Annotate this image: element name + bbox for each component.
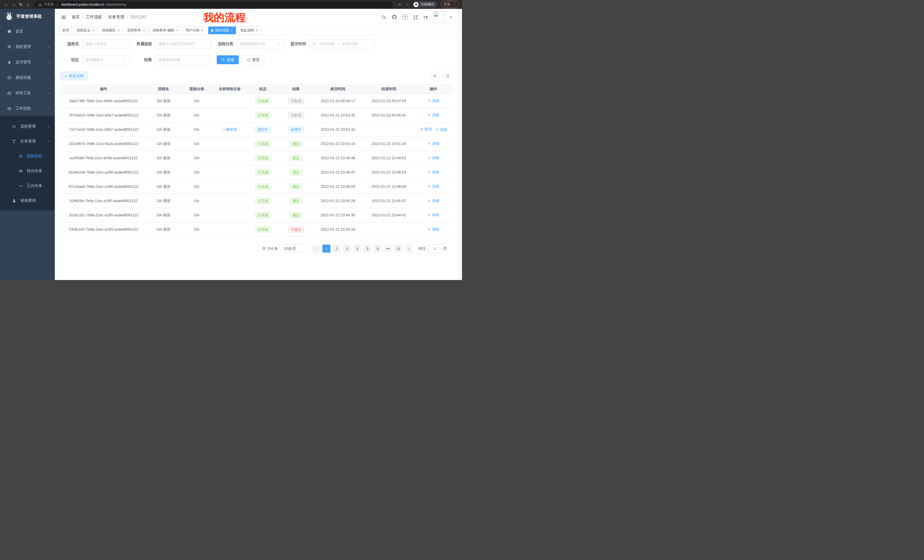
page-button-4[interactable]: 4 bbox=[353, 245, 361, 253]
tab-5[interactable]: 流程表单-编辑× bbox=[150, 27, 182, 34]
browser-forward-button[interactable]: → bbox=[10, 1, 16, 8]
tab-close-icon[interactable]: × bbox=[176, 28, 178, 33]
cancel-action[interactable]: 取消 bbox=[420, 127, 432, 132]
pager-ellipsis[interactable]: ••• bbox=[384, 245, 392, 253]
result-select[interactable]: 请选择流结果 bbox=[155, 55, 211, 64]
cell-actions: ✎详情 bbox=[415, 165, 452, 180]
status-badge: 已完成 bbox=[255, 112, 271, 119]
edit-icon: ✎ bbox=[428, 156, 430, 160]
browser-reload-button[interactable]: ↻ bbox=[18, 1, 24, 8]
sidebar-item-leave-query[interactable]: 请假查询 bbox=[0, 193, 55, 208]
detail-action-label: 详情 bbox=[432, 170, 439, 175]
prev-page-button[interactable]: ‹ bbox=[312, 245, 320, 253]
avatar-dropdown-caret[interactable]: ▾ bbox=[450, 15, 452, 19]
page-button-6[interactable]: 6 bbox=[374, 245, 382, 253]
show-search-toggle-button[interactable] bbox=[430, 71, 440, 81]
detail-action[interactable]: ✎详情 bbox=[428, 113, 439, 118]
sidebar-item-done-tasks[interactable]: 已办任务 bbox=[0, 178, 55, 193]
detail-action[interactable]: ✎详情 bbox=[428, 227, 439, 232]
key-icon[interactable] bbox=[398, 2, 402, 7]
bookmark-star-icon[interactable]: ☆ bbox=[405, 2, 409, 7]
cell-submit-time: 2022-01-22 23:51:15 bbox=[313, 137, 363, 151]
detail-action[interactable]: ✎详情 bbox=[428, 184, 439, 189]
tab-close-icon[interactable]: × bbox=[256, 28, 258, 33]
next-page-button[interactable]: › bbox=[405, 245, 412, 253]
avatar[interactable] bbox=[433, 11, 445, 23]
sidebar-collapse-icon[interactable] bbox=[61, 15, 66, 20]
detail-action[interactable]: ✎详情 bbox=[435, 127, 447, 132]
current-task-link[interactable]: 一级审批 bbox=[222, 127, 237, 132]
page-button-11[interactable]: 11 bbox=[394, 245, 402, 253]
browser-scrollbar[interactable] bbox=[458, 9, 462, 280]
detail-action[interactable]: ✎详情 bbox=[428, 198, 439, 204]
page-size-select[interactable]: 10条/页 bbox=[281, 245, 308, 253]
address-bar[interactable]: 不安全 | dashboard.yudao.iocoder.cn/bpm/tas… bbox=[34, 1, 393, 8]
tab-close-icon[interactable]: × bbox=[92, 28, 94, 33]
detail-action[interactable]: ✎详情 bbox=[428, 99, 439, 103]
tab-close-icon[interactable]: × bbox=[201, 28, 204, 33]
sidebar-item-home[interactable]: 首页 bbox=[0, 24, 55, 39]
table-row: 52ffd28e-7b9a-11ec-a290-acde48001122OA 请… bbox=[60, 194, 452, 208]
tab-4[interactable]: 流程表单× bbox=[124, 27, 148, 34]
page-button-2[interactable]: 2 bbox=[333, 245, 340, 253]
status-badge: 已完成 bbox=[255, 183, 271, 190]
sidebar-item-my-processes[interactable]: 我的流程 bbox=[0, 149, 55, 163]
tab-8[interactable]: 发起流程× bbox=[238, 27, 261, 34]
tab-6[interactable]: 用户分组× bbox=[183, 27, 207, 34]
tab-close-icon[interactable]: × bbox=[143, 28, 145, 33]
sidebar-item-process-management[interactable]: 流程管理 bbox=[0, 119, 55, 134]
cell-actions: ✎详情 bbox=[415, 208, 452, 222]
edit-icon: ✎ bbox=[428, 213, 430, 217]
breadcrumb-item-home[interactable]: 首页 bbox=[72, 15, 80, 20]
page-button-3[interactable]: 3 bbox=[343, 245, 351, 253]
detail-action[interactable]: ✎详情 bbox=[428, 170, 439, 175]
detail-action[interactable]: ✎详情 bbox=[428, 141, 439, 147]
sidebar-item-task-management[interactable]: 任务管理 bbox=[0, 134, 55, 149]
start-process-button[interactable]: + 发起流程 bbox=[60, 72, 88, 80]
status-badge: 已完成 bbox=[255, 169, 271, 176]
tab-close-icon[interactable]: × bbox=[118, 28, 120, 33]
browser-home-button[interactable]: ⌂ bbox=[25, 1, 32, 8]
help-icon[interactable]: ? bbox=[402, 15, 408, 20]
tab-2[interactable]: 流程定义× bbox=[74, 27, 98, 34]
browser-back-button[interactable]: ← bbox=[3, 1, 9, 8]
sidebar-item-infrastructure[interactable]: 基础设施 bbox=[0, 70, 55, 85]
browser-menu-icon[interactable]: ⋮ bbox=[453, 2, 456, 7]
status-select[interactable]: 请选择状态 bbox=[82, 55, 130, 64]
goto-page-input[interactable] bbox=[428, 244, 441, 253]
sidebar-item-payment[interactable]: ¥ 支付管理 bbox=[0, 54, 55, 70]
sidebar-item-workflow[interactable]: 工作流程 bbox=[0, 101, 55, 116]
cell-status: 已完成 bbox=[247, 137, 279, 151]
category-select[interactable]: 请选择流程分类 bbox=[236, 39, 284, 48]
cell-result: 通过 bbox=[279, 165, 313, 180]
tab-close-icon[interactable]: × bbox=[231, 28, 233, 33]
refresh-table-button[interactable] bbox=[443, 71, 452, 81]
search-button[interactable]: 搜索 bbox=[217, 55, 239, 64]
browser-update-button[interactable]: 更新 ⋮ bbox=[441, 1, 459, 8]
tab-1[interactable]: 首页 bbox=[59, 27, 72, 34]
reset-button[interactable]: 重置 bbox=[242, 55, 264, 64]
github-icon[interactable] bbox=[392, 15, 397, 20]
fullscreen-icon[interactable] bbox=[413, 15, 418, 20]
page-button-5[interactable]: 5 bbox=[363, 245, 372, 253]
detail-action[interactable]: ✎详情 bbox=[428, 213, 439, 218]
sidebar-item-todo-tasks[interactable]: 待办任务 bbox=[0, 163, 55, 178]
detail-action[interactable]: ✎详情 bbox=[428, 156, 439, 161]
tab-7[interactable]: 我的流程× bbox=[208, 27, 236, 34]
breadcrumb-item-workflow[interactable]: 工作流程 bbox=[86, 15, 102, 20]
chevron-down-icon bbox=[47, 61, 50, 64]
status-badge: 进行中 bbox=[255, 126, 271, 133]
font-size-icon[interactable]: TT bbox=[423, 15, 428, 19]
breadcrumb-item-task-management[interactable]: 任务管理 bbox=[108, 15, 124, 20]
sidebar-item-system[interactable]: ⚙ 系统管理 bbox=[0, 39, 55, 54]
page-button-1[interactable]: 1 bbox=[322, 245, 330, 253]
search-icon[interactable] bbox=[381, 15, 386, 20]
process-name-input[interactable] bbox=[82, 39, 130, 48]
parent-process-input[interactable] bbox=[155, 39, 211, 48]
tab-3[interactable]: 流程模型× bbox=[99, 27, 123, 34]
cell-end-time: 2022-01-23 00:07:03 bbox=[363, 94, 415, 108]
date-range-picker[interactable]: 开始日期 - 结束日期 bbox=[309, 39, 374, 48]
goto-suffix: 页 bbox=[444, 246, 447, 251]
cell-status: 已完成 bbox=[247, 222, 279, 237]
sidebar-item-dev-tools[interactable]: 研发工具 bbox=[0, 85, 55, 101]
